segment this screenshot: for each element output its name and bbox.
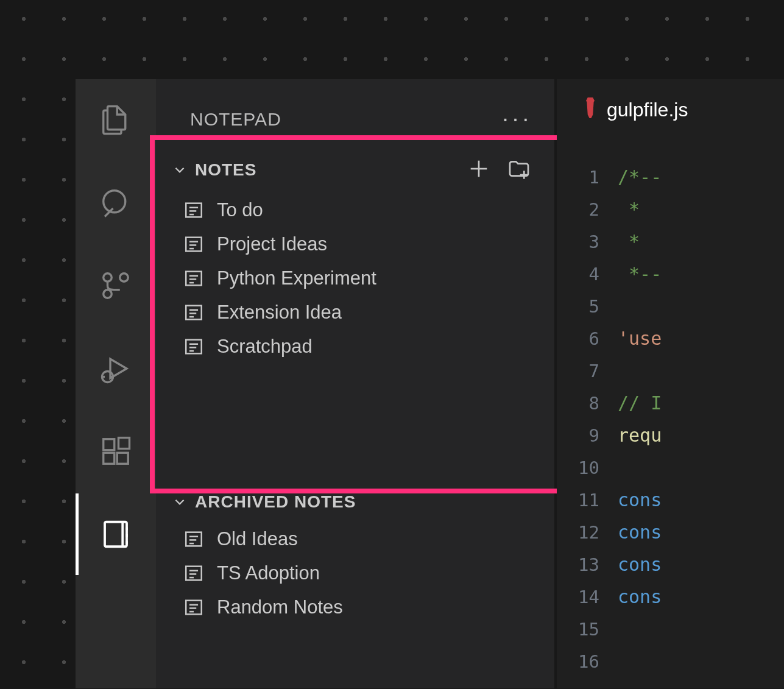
workspace: NOTEPAD ··· NOTESTo doProject IdeasPytho… — [76, 79, 554, 688]
section-actions — [467, 157, 542, 183]
line-number: 13 — [578, 554, 599, 576]
activity-notepad[interactable] — [76, 518, 156, 551]
note-icon — [183, 336, 205, 358]
sidebar-more-actions[interactable]: ··· — [502, 106, 532, 132]
section-header[interactable]: ARCHIVED NOTES — [156, 486, 554, 518]
svg-point-3 — [104, 290, 112, 299]
editor-tab-label: gulpfile.js — [607, 99, 688, 121]
sidebar-title: NOTEPAD — [190, 109, 281, 130]
line-number: 11 — [578, 489, 599, 511]
note-item[interactable]: Python Experiment — [156, 261, 554, 295]
section-title: ARCHIVED NOTES — [195, 492, 542, 512]
search-icon — [99, 186, 132, 219]
folder-plus-icon — [507, 157, 531, 181]
line-number: 14 — [578, 586, 599, 608]
note-list: Old IdeasTS AdoptionRandom Notes — [156, 518, 554, 631]
gulp-icon — [582, 97, 598, 122]
note-item[interactable]: TS Adoption — [156, 556, 554, 590]
code-line: cons — [618, 586, 784, 608]
code-line — [618, 295, 784, 317]
editor-tab[interactable]: gulpfile.js — [557, 79, 784, 141]
line-number: 8 — [589, 392, 599, 414]
code-line — [618, 360, 784, 382]
run-debug-icon — [99, 352, 132, 385]
line-number: 7 — [589, 360, 599, 382]
editor-gutter: 12345678910111213141516 — [557, 166, 618, 673]
line-number: 3 — [589, 231, 599, 253]
note-item[interactable]: Scratchpad — [156, 330, 554, 364]
editor-body: 12345678910111213141516 /*-- * * *--'use… — [557, 141, 784, 673]
line-number: 16 — [578, 651, 599, 673]
new-folder-button[interactable] — [507, 157, 531, 183]
ellipsis-icon: ··· — [502, 106, 532, 132]
note-label: Random Notes — [217, 596, 343, 618]
notepad-icon — [99, 518, 132, 551]
line-number: 4 — [589, 263, 599, 285]
plus-icon — [467, 157, 491, 181]
note-item[interactable]: To do — [156, 193, 554, 227]
code-line: // I — [618, 392, 784, 414]
activity-bar — [76, 79, 156, 688]
code-line: cons — [618, 521, 784, 543]
note-icon — [183, 267, 205, 289]
note-label: Scratchpad — [217, 336, 313, 358]
files-icon — [99, 104, 132, 136]
activity-search[interactable] — [76, 186, 156, 219]
note-label: Old Ideas — [217, 528, 298, 550]
note-icon — [183, 596, 205, 618]
note-label: Python Experiment — [217, 267, 376, 289]
activity-run-debug[interactable] — [76, 352, 156, 385]
chevron-down-icon — [169, 492, 190, 512]
svg-point-4 — [104, 274, 112, 282]
code-line: /*-- — [618, 166, 784, 188]
note-icon — [183, 199, 205, 221]
line-number: 1 — [589, 166, 599, 188]
code-line: 'use — [618, 328, 784, 350]
note-label: Extension Idea — [217, 302, 342, 323]
code-line — [618, 651, 784, 673]
note-icon — [183, 528, 205, 550]
code-line: requ — [618, 425, 784, 447]
code-line: * — [618, 199, 784, 221]
chevron-down-icon — [169, 160, 190, 180]
svg-point-2 — [120, 274, 129, 282]
note-item[interactable]: Extension Idea — [156, 295, 554, 330]
activity-explorer[interactable] — [76, 104, 156, 136]
extensions-icon — [99, 435, 132, 468]
new-note-button[interactable] — [467, 157, 491, 183]
code-line: cons — [618, 554, 784, 576]
note-icon — [183, 233, 205, 255]
section-header[interactable]: NOTES — [156, 150, 554, 189]
note-list: To doProject IdeasPython ExperimentExten… — [156, 189, 554, 370]
line-number: 2 — [589, 199, 599, 221]
note-item[interactable]: Old Ideas — [156, 522, 554, 556]
code-line — [618, 457, 784, 479]
note-item[interactable]: Project Ideas — [156, 227, 554, 261]
line-number: 10 — [578, 457, 599, 479]
editor-code[interactable]: /*-- * * *--'use// Irequconsconsconscons — [618, 166, 784, 673]
svg-rect-9 — [104, 439, 115, 450]
sidebar-header: NOTEPAD ··· — [156, 79, 554, 150]
svg-rect-11 — [117, 453, 128, 464]
line-number: 9 — [589, 425, 599, 447]
sidebar-panel: NOTEPAD ··· NOTESTo doProject IdeasPytho… — [156, 79, 554, 688]
note-item[interactable]: Random Notes — [156, 590, 554, 624]
activity-source-control[interactable] — [76, 269, 156, 302]
code-line — [618, 618, 784, 640]
source-control-icon — [99, 269, 132, 302]
activity-extensions[interactable] — [76, 435, 156, 468]
note-icon — [183, 302, 205, 323]
svg-rect-12 — [119, 438, 130, 449]
editor-area: gulpfile.js 12345678910111213141516 /*--… — [557, 79, 784, 688]
code-line: *-- — [618, 263, 784, 285]
line-number: 5 — [589, 295, 599, 317]
line-number: 12 — [578, 521, 599, 543]
note-label: Project Ideas — [217, 233, 327, 255]
note-label: To do — [217, 199, 263, 221]
note-label: TS Adoption — [217, 562, 320, 584]
line-number: 15 — [578, 618, 599, 640]
note-icon — [183, 562, 205, 584]
section-title: NOTES — [195, 160, 467, 180]
svg-rect-10 — [104, 453, 115, 464]
svg-point-0 — [104, 191, 125, 213]
